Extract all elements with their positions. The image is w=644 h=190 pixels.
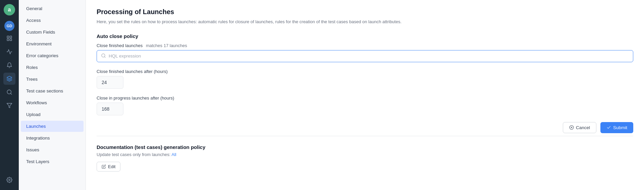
sidebar-item-environment[interactable]: Environment xyxy=(21,38,84,49)
sidebar-item-integrations[interactable]: Integrations xyxy=(21,132,84,144)
sidebar-item-general[interactable]: General xyxy=(21,3,84,14)
edit-button[interactable]: Edit xyxy=(97,162,120,172)
close-finished-hours-label: Close finished launches after (hours) xyxy=(97,69,633,74)
sidebar-item-workflows[interactable]: Workflows xyxy=(21,97,84,108)
close-in-progress-hours-field: Close in progress launches after (hours)… xyxy=(97,96,633,115)
doc-link-all[interactable]: All xyxy=(171,152,176,157)
svg-rect-3 xyxy=(10,39,12,41)
svg-line-5 xyxy=(10,93,11,94)
svg-rect-1 xyxy=(10,36,12,38)
svg-rect-0 xyxy=(7,36,9,38)
sidebar-item-upload[interactable]: Upload xyxy=(21,109,84,120)
sidebar-item-test-case-sections[interactable]: Test case sections xyxy=(21,85,84,97)
nav-dashboard-icon[interactable] xyxy=(3,32,15,44)
nav-bell-icon[interactable] xyxy=(3,59,15,71)
sidebar-item-custom-fields[interactable]: Custom Fields xyxy=(21,27,84,38)
close-in-progress-hours-value: 168 xyxy=(97,103,123,115)
svg-line-9 xyxy=(104,56,105,58)
nav-chart-icon[interactable] xyxy=(3,46,15,58)
sidebar: General Access Custom Fields Environment… xyxy=(19,0,86,190)
nav-search-icon[interactable] xyxy=(3,86,15,98)
sidebar-item-access[interactable]: Access xyxy=(21,15,84,26)
matches-badge: matches 17 launches xyxy=(146,43,187,48)
close-finished-label: Close finished launches matches 17 launc… xyxy=(97,43,633,48)
close-finished-hours-value: 24 xyxy=(97,76,123,89)
sidebar-item-issues[interactable]: Issues xyxy=(21,144,84,155)
action-row: Cancel Submit xyxy=(97,122,633,136)
sidebar-item-trees[interactable]: Trees xyxy=(21,74,84,85)
icon-bar: a GD xyxy=(0,0,19,190)
doc-section-title: Documentation (test cases) generation po… xyxy=(97,144,633,150)
svg-point-7 xyxy=(9,179,10,181)
close-in-progress-hours-label: Close in progress launches after (hours) xyxy=(97,96,633,101)
svg-marker-6 xyxy=(7,103,12,108)
close-finished-hours-field: Close finished launches after (hours) 24 xyxy=(97,69,633,89)
sidebar-item-roles[interactable]: Roles xyxy=(21,62,84,73)
app-logo[interactable]: a xyxy=(4,4,15,15)
sidebar-item-error-categories[interactable]: Error categories xyxy=(21,50,84,61)
sidebar-item-test-layers[interactable]: Test Layers xyxy=(21,156,84,167)
page-title: Processing of Launches xyxy=(97,8,633,16)
hql-expression-input[interactable] xyxy=(109,53,629,59)
sidebar-item-launches[interactable]: Launches xyxy=(21,121,84,132)
hql-search-box xyxy=(97,50,633,62)
search-icon xyxy=(101,53,106,59)
doc-description: Update test cases only from launches: Al… xyxy=(97,152,633,157)
page-description: Here, you set the rules on how to proces… xyxy=(97,18,633,25)
avatar[interactable]: GD xyxy=(4,21,14,31)
cancel-button[interactable]: Cancel xyxy=(563,122,596,133)
svg-rect-2 xyxy=(7,39,9,41)
nav-settings-icon[interactable] xyxy=(3,174,15,186)
nav-filter-icon[interactable] xyxy=(3,100,15,112)
submit-button[interactable]: Submit xyxy=(600,122,633,133)
main-content: Processing of Launches Here, you set the… xyxy=(86,0,644,190)
auto-close-section-title: Auto close policy xyxy=(97,33,633,39)
nav-launch-icon[interactable] xyxy=(3,73,15,85)
